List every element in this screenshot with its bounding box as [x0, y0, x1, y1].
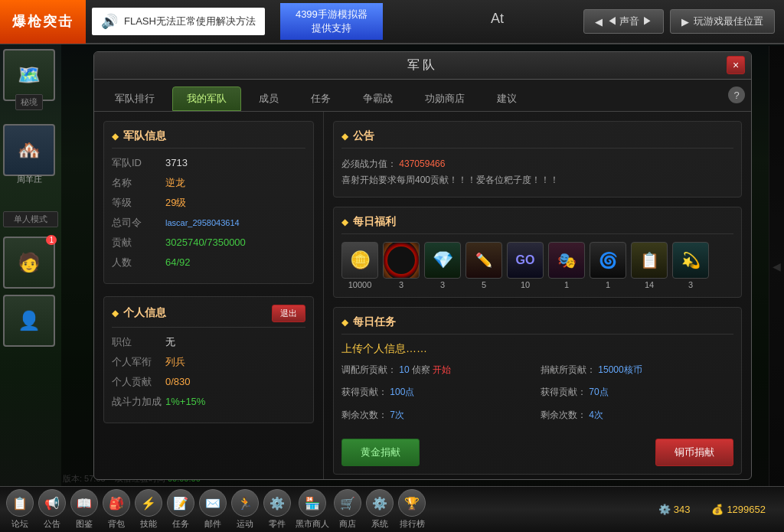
- welfare-spark-count: 3: [688, 280, 693, 289]
- sidebar-char1[interactable]: 🧑 1: [3, 237, 55, 289]
- army-commander-row: 总司令 lascar_2958043614: [112, 216, 305, 230]
- welfare-item-num[interactable]: GO 10: [507, 242, 544, 289]
- welfare-header: ◆ 每日福利: [341, 215, 733, 234]
- bottom-item-skill[interactable]: ⚡ 技能: [135, 489, 162, 530]
- announcement-section: ◆ 公告 必须战力值： 437059466 喜射开始要求每周400贡献！！！爱各…: [333, 121, 742, 197]
- game-background: 爆枪突击 🔊 FLASH无法正常使用解决方法 4399手游模拟器 提供支持 At…: [0, 0, 784, 532]
- welfare-pen-count: 5: [482, 280, 486, 289]
- welfare-item-box[interactable]: 🎭 1: [548, 242, 585, 289]
- forum-icon: 📋: [6, 489, 34, 517]
- parts-icon: ⚙️: [263, 489, 291, 517]
- char1-icon: 🧑: [18, 252, 41, 273]
- welfare-item-coin[interactable]: 🪙 10000: [341, 242, 378, 289]
- bottom-item-bag[interactable]: 🎒 背包: [103, 489, 130, 530]
- sidebar-item-village[interactable]: 🏘️ 周羊庄: [3, 124, 55, 176]
- army-name-row: 名称 逆龙: [112, 176, 305, 190]
- welfare-items-list: 🪙 10000 3: [341, 242, 733, 289]
- task-grid: 调配所贡献： 10 侦察 开始 捐献所贡献： 15000核币 获得贡献：: [341, 362, 733, 424]
- currency-2: 💰 1299652: [705, 504, 772, 515]
- welfare-box-count: 1: [564, 280, 569, 289]
- task-value-2: 100点: [390, 387, 414, 397]
- welfare-num-count: 10: [521, 280, 530, 289]
- army-commander-value: lascar_2958043614: [165, 218, 240, 227]
- army-contribution-value: 3025740/7350000: [165, 237, 246, 248]
- welfare-item-note[interactable]: 📋 14: [631, 242, 668, 289]
- sidebar-item-solo[interactable]: 单人模式: [3, 211, 58, 227]
- bottom-item-quest[interactable]: 📝 任务: [167, 489, 194, 530]
- army-id-value: 3713: [165, 157, 188, 168]
- army-members-value: 64/92: [165, 256, 191, 268]
- tab-my-army[interactable]: 我的军队: [172, 86, 241, 111]
- task-extra-1: 开始: [433, 364, 451, 375]
- welfare-item-ring[interactable]: 3: [383, 242, 420, 289]
- tab-members[interactable]: 成员: [244, 86, 293, 111]
- currency1-value: 343: [674, 504, 691, 515]
- coin-donate-button[interactable]: 铜币捐献: [655, 439, 733, 466]
- army-commander-label: 总司令: [112, 216, 165, 230]
- bottom-item-ranking[interactable]: 🏆 排行榜: [398, 489, 426, 530]
- sidebar-char2[interactable]: 👤: [3, 295, 55, 347]
- skill-label: 技能: [140, 518, 157, 530]
- bottom-item-notice[interactable]: 📢 公告: [38, 489, 66, 530]
- char2-icon: 👤: [18, 310, 41, 331]
- modal-right-panel: ◆ 公告 必须战力值： 437059466 喜射开始要求每周400贡献！！！爱各…: [324, 112, 751, 479]
- help-button[interactable]: ?: [728, 86, 745, 103]
- army-info-title: 军队信息: [123, 129, 166, 143]
- tab-suggestions[interactable]: 建议: [482, 86, 531, 111]
- task-item-2: 获得贡献： 100点: [341, 384, 534, 401]
- personal-info-section: ◆ 个人信息 退出 职位 无 个人军衔 列兵: [103, 296, 314, 423]
- army-members-row: 人数 64/92: [112, 256, 305, 269]
- announcement-text: 必须战力值： 437059466 喜射开始要求每周400贡献！！！爱各位粑子度！…: [341, 156, 733, 189]
- army-contribution-label: 贡献: [112, 236, 165, 250]
- provider-badge: 4399手游模拟器 提供支持: [280, 3, 383, 40]
- sound-button[interactable]: ◀ ◀ 声音 ▶: [583, 9, 664, 34]
- map-icon: 🗺️: [18, 64, 41, 86]
- bottom-item-blackmarket[interactable]: 🏪 黑市商人: [296, 489, 329, 530]
- welfare-item-pen[interactable]: ✏️ 5: [466, 242, 502, 289]
- top-bar: 爆枪突击 🔊 FLASH无法正常使用解决方法 4399手游模拟器 提供支持 At…: [0, 0, 784, 44]
- bag-icon: 🎒: [103, 489, 130, 517]
- sport-label: 运动: [237, 518, 253, 530]
- forum-label: 论坛: [11, 518, 28, 530]
- bottom-item-mail[interactable]: ✉️ 邮件: [199, 489, 227, 530]
- sidebar-item-map[interactable]: 🗺️ 秘境: [3, 49, 55, 101]
- bottom-item-catalog[interactable]: 📖 图鉴: [70, 489, 98, 530]
- personal-combat-label: 战斗力加成: [112, 395, 165, 409]
- announcement-diamond-icon: ◆: [341, 131, 348, 142]
- task-title: 每日任务: [353, 315, 396, 329]
- modal-close-button[interactable]: ×: [727, 56, 745, 74]
- bottom-item-parts[interactable]: ⚙️ 零件: [263, 489, 291, 530]
- personal-info-title: 个人信息: [123, 306, 166, 320]
- blackmarket-icon: 🏪: [299, 489, 326, 517]
- task-label-4: 捐献所贡献：: [541, 364, 596, 375]
- army-name-value: 逆龙: [165, 176, 185, 190]
- bottom-item-sport[interactable]: 🏃 运动: [231, 489, 259, 530]
- personal-combat-row: 战斗力加成 1%+15%: [112, 395, 305, 409]
- army-info-section: ◆ 军队信息 军队ID 3713 名称 逆龙 等级: [103, 121, 314, 284]
- welfare-num-icon: GO: [507, 242, 544, 279]
- sport-icon: 🏃: [231, 489, 259, 517]
- tab-battle[interactable]: 争霸战: [348, 86, 407, 111]
- personal-rank-row: 个人军衔 列兵: [112, 355, 305, 369]
- position-button[interactable]: ▶ 玩游戏最佳位置: [670, 9, 775, 34]
- flash-notice-container[interactable]: 🔊 FLASH无法正常使用解决方法: [92, 8, 265, 35]
- welfare-gem-count: 3: [440, 280, 445, 289]
- tab-army-ranking[interactable]: 军队排行: [100, 86, 169, 111]
- army-level-value: 29级: [165, 196, 186, 210]
- welfare-item-gem[interactable]: 💎 3: [424, 242, 461, 289]
- resign-button[interactable]: 退出: [272, 305, 305, 322]
- gold-donate-button[interactable]: 黄金捐献: [341, 439, 420, 466]
- task-value-5: 70点: [589, 387, 608, 397]
- catalog-label: 图鉴: [76, 518, 93, 530]
- catalog-icon: 📖: [70, 489, 98, 517]
- bottom-item-shop[interactable]: 🛒 商店: [334, 489, 361, 530]
- blackmarket-label: 黑市商人: [296, 518, 329, 530]
- tab-shop[interactable]: 功勋商店: [410, 86, 479, 111]
- bottom-item-system[interactable]: ⚙️ 系统: [366, 489, 394, 530]
- welfare-item-mask[interactable]: 🌀 1: [590, 242, 626, 289]
- task-value-1: 10: [399, 364, 409, 375]
- tab-missions[interactable]: 任务: [296, 86, 345, 111]
- welfare-item-spark[interactable]: 💫 3: [672, 242, 709, 289]
- personal-contribution-value: 0/830: [165, 376, 191, 387]
- bottom-item-forum[interactable]: 📋 论坛: [6, 489, 34, 530]
